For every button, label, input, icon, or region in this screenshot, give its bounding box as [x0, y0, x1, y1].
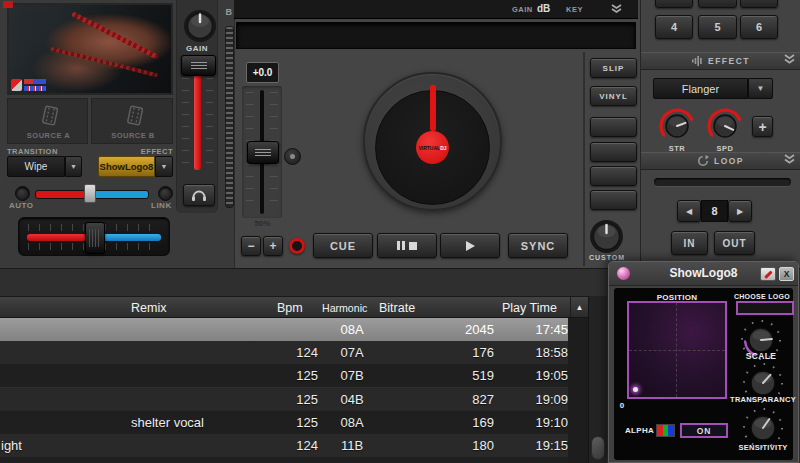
jog-wheel[interactable]: VIRTUALDJ	[363, 72, 502, 211]
deck-db-value: dB	[537, 3, 550, 14]
plugin-edit-button[interactable]	[760, 267, 776, 281]
table-scrollbar-track[interactable]	[588, 296, 607, 463]
table-row[interactable]: 125 04B 827 19:09	[0, 388, 568, 411]
effect-select-arrow-icon[interactable]: ▼	[748, 78, 773, 99]
table-row-selected[interactable]: 08A 2045 17:45	[0, 318, 568, 341]
transition-label: TRANSITION	[7, 147, 58, 156]
custom-knob[interactable]	[588, 218, 625, 255]
jog-hub-logo: VIRTUALDJ	[416, 131, 449, 164]
gain-knob-label: GAIN	[176, 44, 218, 53]
headphone-cue-button[interactable]	[183, 184, 215, 206]
table-row[interactable]: 124 07A 176 18:58	[0, 341, 568, 364]
column-header-bitrate[interactable]: Bitrate	[379, 297, 415, 319]
alpha-on-button[interactable]: ON	[680, 423, 728, 438]
sensitivity-label: SENSITIVITY	[719, 443, 800, 452]
pad-button-4[interactable]: 4	[655, 15, 693, 39]
transition-dropdown-arrow-icon[interactable]: ▼	[65, 156, 82, 177]
pad-button-5[interactable]: 5	[698, 15, 737, 39]
loop-half-button[interactable]: ◀	[677, 200, 701, 222]
headphone-icon	[191, 189, 207, 202]
stutter-button[interactable]	[377, 233, 437, 258]
pitch-slider[interactable]	[242, 86, 282, 218]
effect-dropdown-arrow-icon[interactable]: ▼	[155, 156, 173, 177]
slip-button[interactable]: SLIP	[590, 58, 637, 78]
audio-crossfader[interactable]	[18, 217, 170, 256]
fx-strength-knob[interactable]	[657, 106, 697, 146]
pad-button-blank[interactable]	[590, 117, 637, 137]
loop-length-bar[interactable]	[654, 178, 791, 186]
column-header-bpm[interactable]: Bpm	[277, 297, 303, 319]
crossfader-right-level	[101, 234, 161, 241]
deck-key-label: KEY	[566, 5, 583, 14]
pad-button[interactable]	[740, 0, 778, 8]
pitch-reset-button[interactable]	[284, 148, 301, 165]
film-icon	[124, 104, 146, 128]
fx-speed-knob[interactable]	[705, 106, 745, 146]
play-button[interactable]	[440, 233, 500, 258]
pad-button-blank[interactable]	[590, 166, 637, 186]
showlogo8-window: ShowLogo8 X POSITION 0 CHOOSE LOGO SCALE	[608, 261, 799, 463]
pitch-minus-button[interactable]: −	[241, 236, 261, 256]
column-header-playtime[interactable]: Play Time	[502, 297, 557, 319]
table-scrollbar-thumb[interactable]	[591, 436, 605, 460]
choose-logo-label: CHOOSE LOGO	[727, 293, 797, 300]
waveform-display[interactable]	[236, 22, 636, 49]
pad-button-blank[interactable]	[590, 190, 637, 210]
effect-section-header: EFFECT	[641, 52, 800, 70]
effect-select[interactable]: Flanger	[653, 78, 748, 99]
position-marker-dot[interactable]	[633, 387, 638, 392]
pad-button-6[interactable]: 6	[740, 15, 778, 39]
pitch-plus-button[interactable]: +	[263, 236, 283, 256]
auto-toggle[interactable]	[15, 186, 30, 201]
pad-button-blank[interactable]	[590, 142, 637, 162]
video-crossfader-handle[interactable]	[84, 184, 96, 203]
pad-button[interactable]	[655, 0, 693, 8]
table-row[interactable]: shelter vocal 125 08A 169 19:10	[0, 411, 568, 434]
brand-virtual: VIRTUAL	[418, 145, 440, 151]
pitch-fader-handle[interactable]	[247, 141, 279, 164]
choose-logo-input[interactable]	[736, 301, 794, 315]
plugin-titlebar[interactable]: ShowLogo8 X	[609, 262, 798, 286]
scale-label: SCALE	[731, 351, 791, 361]
collapse-chevron-icon[interactable]	[610, 4, 623, 14]
position-grid[interactable]	[627, 301, 727, 399]
table-row[interactable]: t Grey & Ron Costa 125 08A 505 19:16	[0, 457, 568, 463]
column-header-remix[interactable]: Remix	[131, 297, 166, 319]
loop-in-button[interactable]: IN	[671, 231, 708, 255]
video-effect-select[interactable]: ShowLogo8	[98, 156, 155, 177]
table-row[interactable]: 125 07B 519 19:05	[0, 364, 568, 387]
sort-ascending-icon[interactable]: ▲	[570, 296, 588, 318]
loop-length-value: 8	[701, 200, 728, 222]
crossfader-left-level	[27, 234, 86, 241]
cue-button[interactable]: CUE	[313, 233, 373, 258]
deck-gain-label: GAIN	[512, 5, 533, 14]
plugin-close-button[interactable]: X	[779, 267, 794, 281]
crossfader-handle[interactable]	[85, 222, 105, 254]
grid-horizontal-axis	[629, 350, 725, 351]
video-watermark-logo	[11, 78, 49, 93]
effect-collapse-icon[interactable]	[783, 54, 796, 65]
volume-fader-handle[interactable]	[181, 55, 216, 76]
source-b-slot[interactable]: SOURCE B	[91, 98, 173, 144]
video-preview[interactable]	[7, 3, 173, 95]
keylock-indicator[interactable]	[289, 238, 305, 254]
loop-double-button[interactable]: ▶	[728, 200, 752, 222]
gain-knob[interactable]	[182, 8, 218, 44]
loop-header-label: LOOP	[714, 156, 744, 166]
vinyl-button[interactable]: VINYL	[590, 86, 637, 106]
pad-button[interactable]	[698, 0, 737, 8]
loop-out-button[interactable]: OUT	[714, 231, 755, 255]
alpha-color-swatch[interactable]	[656, 424, 675, 437]
link-toggle[interactable]	[158, 186, 173, 201]
virtualdj-app: SOURCE A SOURCE B TRANSITION EFFECT Wipe…	[0, 0, 800, 463]
column-header-harmonic[interactable]: Harmonic	[322, 297, 367, 319]
source-a-slot[interactable]: SOURCE A	[7, 98, 88, 144]
sync-button[interactable]: SYNC	[508, 233, 568, 258]
loop-collapse-icon[interactable]	[783, 154, 796, 165]
window-icon-fragment	[3, 1, 13, 8]
transparency-label: TRANSPARANCY	[719, 395, 800, 404]
table-header[interactable]: Remix Bpm Harmonic Bitrate Play Time	[0, 296, 570, 318]
effect-add-button[interactable]: +	[752, 116, 773, 137]
table-row[interactable]: ight 124 11B 180 19:15	[0, 434, 568, 457]
transition-select[interactable]: Wipe	[7, 156, 65, 177]
